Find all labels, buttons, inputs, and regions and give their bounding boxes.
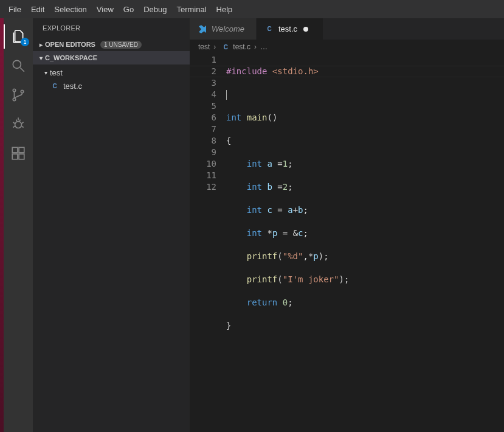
token-preproc: #include bbox=[226, 66, 267, 76]
svg-rect-14 bbox=[12, 154, 18, 159]
token-comma: , bbox=[303, 251, 308, 261]
token-semi: ; bbox=[323, 251, 328, 261]
open-editors-section: ▸ OPEN EDITORS 1 UNSAVED bbox=[33, 38, 190, 51]
menu-go[interactable]: Go bbox=[119, 2, 139, 16]
dirty-indicator-icon bbox=[303, 27, 308, 32]
breadcrumb-file[interactable]: test.c bbox=[233, 43, 250, 51]
line-number: 7 bbox=[190, 124, 216, 135]
token-var: c bbox=[298, 228, 303, 238]
token-keyword: return bbox=[247, 298, 278, 307]
tab-test-c[interactable]: C test.c bbox=[257, 18, 323, 40]
bug-icon bbox=[10, 116, 26, 132]
svg-line-7 bbox=[13, 122, 15, 124]
file-tree: ▾ test C test.c bbox=[33, 64, 190, 94]
svg-line-9 bbox=[13, 126, 15, 127]
token-paren: ) bbox=[339, 274, 343, 284]
search-icon bbox=[10, 58, 26, 74]
token-semi: ; bbox=[288, 182, 292, 192]
svg-rect-15 bbox=[19, 154, 24, 159]
token-semi: ; bbox=[303, 228, 308, 238]
code-editor[interactable]: 1 2 3 4 5 6 7 8 9 10 11 12 #include <std… bbox=[190, 54, 504, 432]
open-editors-header[interactable]: ▸ OPEN EDITORS 1 UNSAVED bbox=[33, 38, 190, 51]
token-var: a bbox=[288, 205, 292, 215]
line-number: 1 bbox=[190, 54, 216, 66]
token-func: printf bbox=[247, 251, 278, 261]
token-number: 2 bbox=[283, 182, 288, 192]
token-string: "%d" bbox=[283, 251, 303, 261]
activity-extensions[interactable] bbox=[4, 139, 33, 168]
token-var: c bbox=[267, 205, 272, 215]
breadcrumb-folder[interactable]: test bbox=[198, 43, 210, 51]
token-var: b bbox=[267, 182, 272, 192]
token-keyword: int bbox=[226, 113, 241, 122]
code-content[interactable]: #include <stdio.h> int main() { int a =1… bbox=[224, 54, 504, 432]
token-header: <stdio.h> bbox=[272, 66, 319, 76]
line-number: 4 bbox=[190, 89, 216, 100]
breadcrumb-symbol[interactable]: … bbox=[260, 43, 268, 51]
token-brace: } bbox=[226, 321, 231, 330]
chevron-right-icon: › bbox=[254, 43, 257, 51]
token-op: = bbox=[277, 159, 282, 169]
token-keyword: int bbox=[247, 228, 262, 238]
text-cursor bbox=[226, 90, 227, 100]
menu-edit[interactable]: Edit bbox=[26, 2, 49, 16]
token-paren: ) bbox=[319, 251, 323, 261]
token-func: printf bbox=[247, 274, 278, 284]
token-op: = bbox=[283, 228, 288, 238]
token-semi: ; bbox=[344, 274, 349, 284]
line-number: 8 bbox=[190, 135, 216, 147]
activity-source-control[interactable] bbox=[4, 80, 33, 110]
line-number-gutter: 1 2 3 4 5 6 7 8 9 10 11 12 bbox=[190, 54, 224, 432]
token-number: 1 bbox=[283, 159, 288, 169]
token-keyword: int bbox=[247, 159, 262, 169]
chevron-down-icon: ▾ bbox=[36, 55, 45, 61]
vscode-icon bbox=[197, 24, 208, 35]
c-file-icon: C bbox=[50, 81, 60, 91]
tree-file-label: test.c bbox=[63, 82, 82, 91]
tree-folder-label: test bbox=[50, 68, 63, 77]
menu-selection[interactable]: Selection bbox=[49, 2, 91, 16]
workspace-section: ▾ C_WORKSPACE ▾ test C test.c bbox=[33, 51, 190, 94]
chevron-down-icon: ▾ bbox=[41, 69, 50, 76]
token-op: * bbox=[267, 228, 272, 238]
tree-folder-test[interactable]: ▾ test bbox=[33, 66, 190, 79]
menu-terminal[interactable]: Terminal bbox=[171, 2, 211, 16]
menu-view[interactable]: View bbox=[92, 2, 119, 16]
menu-help[interactable]: Help bbox=[212, 2, 238, 16]
tab-welcome[interactable]: Welcome bbox=[190, 18, 257, 40]
sidebar-title: EXPLORER bbox=[33, 18, 190, 38]
activity-explorer[interactable]: 1 bbox=[4, 22, 33, 51]
token-string: "I'm joker" bbox=[283, 274, 339, 284]
svg-point-0 bbox=[13, 60, 21, 68]
svg-line-12 bbox=[19, 119, 20, 121]
explorer-sidebar: EXPLORER ▸ OPEN EDITORS 1 UNSAVED ▾ C_WO… bbox=[33, 18, 190, 432]
svg-line-1 bbox=[20, 68, 24, 72]
line-number: 9 bbox=[190, 147, 216, 158]
editor-tabs: Welcome C test.c bbox=[190, 18, 504, 40]
line-number: 5 bbox=[190, 100, 216, 112]
token-brace: { bbox=[226, 136, 231, 145]
workspace-header[interactable]: ▾ C_WORKSPACE bbox=[33, 51, 190, 64]
menu-debug[interactable]: Debug bbox=[139, 2, 171, 16]
svg-point-2 bbox=[13, 89, 15, 91]
activity-search[interactable] bbox=[4, 51, 33, 80]
open-editors-label: OPEN EDITORS bbox=[45, 41, 95, 48]
tree-file-test-c[interactable]: C test.c bbox=[33, 79, 190, 92]
breadcrumbs[interactable]: test › C test.c › … bbox=[190, 40, 504, 54]
token-var: b bbox=[298, 205, 303, 215]
activity-bar: 1 bbox=[4, 18, 33, 432]
token-op: & bbox=[293, 228, 298, 238]
token-func: main bbox=[247, 113, 268, 122]
token-number: 0 bbox=[283, 298, 288, 307]
line-number: 12 bbox=[190, 181, 216, 193]
svg-line-11 bbox=[16, 119, 17, 121]
c-file-icon: C bbox=[264, 24, 275, 35]
extensions-icon bbox=[10, 145, 26, 161]
svg-rect-13 bbox=[12, 147, 18, 153]
token-keyword: int bbox=[247, 182, 262, 192]
token-paren: ( bbox=[277, 274, 282, 284]
line-number: 6 bbox=[190, 112, 216, 124]
activity-debug[interactable] bbox=[4, 110, 33, 139]
explorer-badge: 1 bbox=[21, 38, 29, 46]
menu-file[interactable]: File bbox=[4, 2, 26, 16]
